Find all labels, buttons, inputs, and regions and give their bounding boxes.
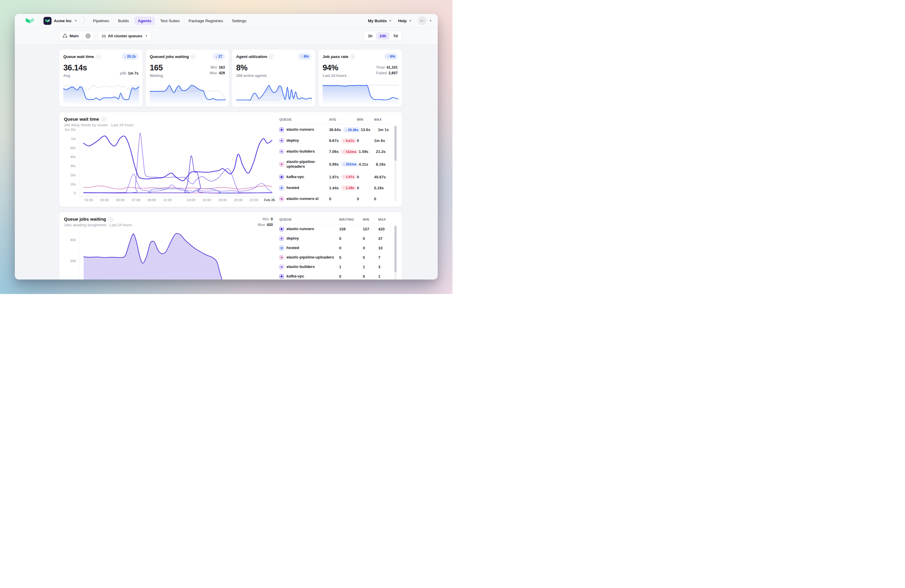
card-sublabel: 208 active agents [236, 74, 311, 78]
card-stats: p951m 7s [120, 71, 138, 76]
chevron-down-icon: ▼ [75, 19, 77, 22]
table-row[interactable]: hosted 1.44s↑ 1.28s 05.18s [279, 182, 392, 193]
avatar [418, 16, 427, 25]
queue-icon [279, 197, 284, 201]
x-axis-labels: 01:0003:0005:0007:0009:0011:0014:0016:00… [79, 197, 275, 202]
info-icon[interactable]: i [269, 54, 274, 59]
queue-jobs-waiting-panel: Queue jobs waiting i Jobs awaiting assig… [59, 212, 402, 279]
info-icon[interactable]: i [350, 54, 355, 59]
min-max-stats: Min0 Max420 [258, 217, 275, 228]
table-row[interactable]: kafka-vpc 001 [279, 271, 392, 279]
nav-item-agents[interactable]: Agents [134, 17, 155, 25]
table-row[interactable]: deploy 9.67s↑ 9.67s 01m 6s [279, 135, 392, 146]
user-menu[interactable]: ▼ [418, 16, 432, 25]
trend-badge: ↑ 8% [298, 53, 311, 60]
nav-item-package-registries[interactable]: Package Registries [185, 17, 226, 25]
chevron-down-icon: ▼ [145, 35, 148, 37]
table-header: QUEUEAVGMINMAX [279, 117, 392, 124]
queue-icon [279, 175, 284, 179]
info-icon[interactable]: i [191, 54, 195, 59]
nav-right: My Builds▼ Help▼ ▼ [368, 16, 432, 25]
delta-badge: ↑ 1.28s [341, 185, 357, 190]
chevron-down-icon: ▼ [409, 19, 411, 22]
trend-badge: ↓ 20.2s [122, 53, 138, 60]
cluster-filter-label: Main [70, 34, 79, 38]
my-builds-menu[interactable]: My Builds▼ [368, 19, 392, 23]
sparkline-chart [150, 82, 225, 104]
cluster-filter-main[interactable]: Main [59, 31, 82, 41]
card-title: Queue wait time [64, 54, 94, 59]
card-value: 8% [236, 63, 311, 73]
scrollbar-thumb[interactable] [394, 126, 397, 161]
delta-badge: ↑ 9.67s [341, 138, 357, 143]
time-range-toggle: 1h 24h 7d [364, 31, 402, 41]
table-row[interactable]: hosted 0010 [279, 243, 392, 253]
nav-item-builds[interactable]: Builds [114, 17, 133, 25]
queue-icon [279, 186, 284, 190]
panel-subtitle: Job delay trends by cluster · Last 24 ho… [64, 123, 275, 127]
queue-icon [279, 246, 284, 250]
buildkite-logo-icon[interactable] [21, 18, 38, 23]
table-row[interactable]: elastic-builders 113 [279, 262, 392, 271]
card-stats: Total41,101 Failed2,657 [376, 65, 398, 76]
queue-wait-time-panel: Queue wait time i Job delay trends by cl… [59, 112, 402, 207]
queues-filter-label: All cluster queues [108, 34, 142, 38]
info-icon[interactable]: i [96, 54, 101, 59]
range-1h[interactable]: 1h [365, 32, 376, 40]
card-title: Agent utilization [236, 54, 267, 59]
nav-item-pipelines[interactable]: Pipelines [89, 17, 113, 25]
table-row[interactable]: elastic-pipeline-uploaders 557 [279, 253, 392, 262]
chevron-down-icon: ▼ [389, 19, 392, 22]
info-icon[interactable]: i [108, 217, 113, 222]
info-icon[interactable]: i [102, 117, 106, 122]
table-row[interactable]: deploy 0047 [279, 234, 392, 243]
queues-filter[interactable]: {≡} All cluster queues ▼ [98, 31, 151, 41]
cluster-icon [63, 34, 67, 38]
table-header: QUEUEWAITINGMINMAX [279, 217, 392, 224]
metric-cards: Queue wait time i ↓ 20.2s 36.14s Avg p95… [59, 49, 402, 107]
trend-badge: ↑ 6% [384, 53, 398, 60]
help-menu[interactable]: Help▼ [398, 19, 411, 23]
nav-links: Pipelines Builds Agents Test Suites Pack… [89, 17, 250, 25]
delta-badge: ↓ 20.36s [343, 127, 361, 133]
card-queued-jobs-waiting[interactable]: Queued jobs waiting i ↓ 27 165 Waiting M… [145, 49, 229, 107]
nav-item-settings[interactable]: Settings [229, 17, 250, 25]
table-row[interactable]: elastic-pipeline-uploaders 5.99s↓ 201ms … [279, 157, 392, 171]
breadcrumb-chevron-icon [82, 16, 85, 26]
queue-icon [279, 255, 284, 260]
y-axis-labels: 1m 10s1m50s40s30s20s10s0 [64, 129, 79, 197]
panel-title: Queue jobs waiting [64, 217, 106, 222]
card-queue-wait-time[interactable]: Queue wait time i ↓ 20.2s 36.14s Avg p95… [59, 49, 143, 107]
app-window: Acme Inc ▼ Pipelines Builds Agents Test … [15, 14, 438, 279]
card-job-pass-rate[interactable]: Job pass rate i ↑ 6% 94% Last 24 hours T… [318, 49, 402, 107]
main-content: Queue wait time i ↓ 20.2s 36.14s Avg p95… [15, 44, 438, 279]
jobs-waiting-area-chart[interactable] [79, 230, 275, 280]
table-row[interactable]: elastic-runners 36.64s↓ 20.36s 13.6s1m 1… [279, 124, 392, 135]
cluster-filter: Main [59, 31, 94, 41]
queue-icon [279, 265, 284, 269]
sparkline-chart [64, 82, 139, 104]
table-row[interactable]: elastic-builders 7.06s↑ 312ms 1.59s21.2s [279, 146, 392, 157]
org-switcher[interactable]: Acme Inc ▼ [43, 17, 77, 25]
table-row[interactable]: elastic-runners-xl 0 00 [279, 193, 392, 204]
queue-icon [279, 274, 284, 279]
nav-item-test-suites[interactable]: Test Suites [157, 17, 183, 25]
range-24h[interactable]: 24h [376, 32, 389, 40]
queue-wait-line-chart[interactable] [79, 129, 275, 197]
trend-badge: ↓ 27 [213, 53, 225, 60]
table-row[interactable]: kafka-vpc 1.97s↑ 1.97s 040.67s [279, 171, 392, 182]
clear-cluster-filter-button[interactable] [82, 31, 94, 41]
org-name: Acme Inc [54, 19, 71, 23]
table-row[interactable]: elastic-runners 159157420 [279, 224, 392, 234]
queue-wait-table: QUEUEAVGMINMAX elastic-runners 36.64s↓ 2… [279, 117, 397, 202]
queue-icon [279, 162, 284, 166]
scrollbar-thumb[interactable] [394, 226, 397, 273]
close-circle-icon [86, 33, 90, 38]
jobs-waiting-table: QUEUEWAITINGMINMAX elastic-runners 15915… [279, 217, 397, 279]
list-braces-icon: {≡} [102, 34, 106, 38]
card-agent-utilization[interactable]: Agent utilization i ↑ 8% 8% 208 active a… [232, 49, 316, 107]
queue-icon [279, 236, 284, 241]
range-7d[interactable]: 7d [390, 32, 401, 40]
delta-badge: ↑ 312ms [341, 149, 359, 154]
table-scrollbar [394, 125, 397, 202]
